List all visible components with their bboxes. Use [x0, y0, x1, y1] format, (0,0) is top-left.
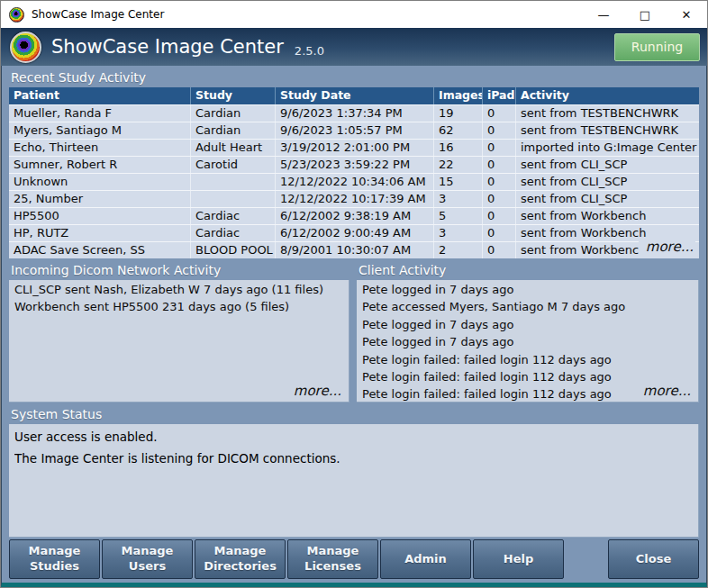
table-cell: 9/6/2023 1:05:57 PM	[276, 122, 434, 139]
table-cell: 0	[483, 191, 516, 207]
study-table-head: PatientStudyStudy DateImagesiPadActivity	[9, 87, 699, 104]
manage-directories-button[interactable]: Manage Directories	[195, 539, 286, 579]
table-cell: 0	[483, 122, 516, 139]
table-cell: Cardiac	[191, 208, 276, 224]
table-cell: 0	[483, 174, 516, 190]
help-button[interactable]: Help	[473, 539, 564, 579]
table-cell: 0	[483, 105, 516, 122]
table-cell: sent from TESTBENCHWRK	[516, 105, 699, 122]
table-cell: 3	[434, 191, 483, 207]
incoming-dicom-title: Incoming Dicom Network Activity	[9, 258, 349, 280]
main-content: Recent Study Activity PatientStudyStudy …	[1, 66, 707, 587]
table-cell: 9/6/2023 1:37:34 PM	[276, 105, 434, 122]
column-header-ipad[interactable]: iPad	[483, 87, 516, 104]
table-cell: sent from CLI_SCP	[516, 157, 699, 173]
incoming-dicom-more-link[interactable]: more...	[294, 383, 341, 399]
table-cell: sent from Workbench	[516, 208, 699, 224]
middle-panels: Incoming Dicom Network Activity CLI_SCP …	[9, 258, 699, 403]
table-row[interactable]: Mueller, Randa FCardian9/6/2023 1:37:34 …	[9, 104, 699, 122]
running-status-button[interactable]: Running	[614, 33, 700, 61]
admin-button[interactable]: Admin	[380, 539, 471, 579]
client-activity-panel: Pete logged in 7 days agoPete accessed M…	[357, 280, 699, 403]
activity-line: User access is enabled.	[14, 426, 693, 448]
close-icon[interactable]: ✕	[666, 1, 707, 28]
table-row[interactable]: Echo, ThirteenAdult Heart3/19/2012 2:01:…	[9, 139, 699, 156]
table-row[interactable]: Sumner, Robert RCarotid5/23/2023 3:59:22…	[9, 156, 699, 173]
app-version: 2.5.0	[295, 44, 324, 58]
table-cell: 0	[483, 157, 516, 173]
button-bar-spacer	[566, 539, 606, 579]
table-cell: 19	[434, 105, 483, 122]
activity-line: Pete logged in 7 days ago	[362, 281, 693, 298]
table-cell: BLOOD POOL	[191, 242, 276, 258]
column-header-activity[interactable]: Activity	[516, 87, 699, 104]
app-logo-icon	[9, 7, 24, 23]
app-window: ShowCase Image Center — □ ✕ ShowCase Ima…	[0, 0, 708, 588]
table-cell: sent from TESTBENCHWRK	[516, 122, 699, 139]
client-activity-more-link[interactable]: more...	[643, 383, 691, 399]
manage-users-button[interactable]: Manage Users	[102, 539, 193, 579]
table-cell: 15	[434, 174, 483, 190]
app-header: ShowCase Image Center 2.5.0 Running	[1, 28, 707, 66]
table-cell: Echo, Thirteen	[9, 140, 191, 156]
table-row[interactable]: Myers, Santiago MCardian9/6/2023 1:05:57…	[9, 122, 699, 139]
system-status-panel: User access is enabled.The Image Center …	[9, 424, 699, 538]
table-cell	[191, 191, 276, 207]
table-cell: sent from CLI_SCP	[516, 174, 699, 190]
table-cell: ADAC Save Screen, SS	[9, 242, 191, 258]
table-cell: sent from CLI_SCP	[516, 191, 699, 207]
table-cell: 8/9/2001 10:30:07 AM	[276, 242, 434, 258]
column-header-study[interactable]: Study	[191, 87, 276, 104]
table-cell: HP5500	[9, 208, 191, 224]
activity-line: CLI_SCP sent Nash, Elizabeth W 7 days ag…	[14, 281, 343, 298]
table-cell: Cardian	[191, 105, 276, 122]
table-cell: Unknown	[9, 174, 191, 190]
study-more-link[interactable]: more...	[639, 239, 695, 255]
activity-line: The Image Center is listening for DICOM …	[14, 448, 693, 469]
table-cell: 0	[483, 140, 516, 156]
table-cell: Cardian	[191, 122, 276, 139]
table-row[interactable]: HP, RUTZCardiac6/12/2002 9:00:49 AM30sen…	[9, 224, 699, 241]
client-activity-title: Client Activity	[357, 258, 699, 280]
table-row[interactable]: HP5500Cardiac6/12/2002 9:38:19 AM50sent …	[9, 207, 699, 224]
table-cell: Adult Heart	[191, 140, 276, 156]
column-header-patient[interactable]: Patient	[9, 87, 191, 104]
table-cell: 22	[434, 157, 483, 173]
table-cell: 25, Number	[9, 191, 191, 207]
button-bar: Manage StudiesManage UsersManage Directo…	[9, 539, 699, 579]
table-cell: 5/23/2023 3:59:22 PM	[276, 157, 434, 173]
table-cell: 0	[483, 242, 516, 258]
app-title: ShowCase Image Center	[51, 36, 284, 58]
system-status-title: System Status	[2, 403, 706, 424]
table-cell: 16	[434, 140, 483, 156]
activity-line: Workbench sent HP5500 231 days ago (5 fi…	[14, 298, 343, 315]
table-cell: 12/12/2022 10:34:06 AM	[276, 174, 434, 190]
activity-line: Pete login failed: failed login 112 days…	[362, 351, 693, 368]
study-table-body: Mueller, Randa FCardian9/6/2023 1:37:34 …	[9, 104, 699, 258]
table-row[interactable]: ADAC Save Screen, SSBLOOD POOL8/9/2001 1…	[9, 241, 699, 258]
table-row[interactable]: Unknown12/12/2022 10:34:06 AM150sent fro…	[9, 173, 699, 190]
maximize-icon[interactable]: □	[624, 1, 666, 28]
minimize-icon[interactable]: —	[583, 1, 624, 28]
table-cell: 0	[483, 208, 516, 224]
table-cell: 6/12/2002 9:00:49 AM	[276, 225, 434, 241]
window-title: ShowCase Image Center	[32, 8, 164, 21]
table-cell: 2	[434, 242, 483, 258]
table-cell: 12/12/2022 10:17:39 AM	[276, 191, 434, 207]
table-cell: 6/12/2002 9:38:19 AM	[276, 208, 434, 224]
table-cell	[191, 174, 276, 190]
column-header-study-date[interactable]: Study Date	[276, 87, 434, 104]
table-row[interactable]: 25, Number12/12/2022 10:17:39 AM30sent f…	[9, 190, 699, 207]
close-button[interactable]: Close	[608, 539, 699, 579]
table-cell: 62	[434, 122, 483, 139]
table-cell: 5	[434, 208, 483, 224]
table-cell: 0	[483, 225, 516, 241]
table-cell: Mueller, Randa F	[9, 105, 191, 122]
column-header-images[interactable]: Images	[434, 87, 483, 104]
manage-licenses-button[interactable]: Manage Licenses	[287, 539, 378, 579]
table-cell: Carotid	[191, 157, 276, 173]
manage-studies-button[interactable]: Manage Studies	[9, 539, 100, 579]
activity-line: Pete logged in 7 days ago	[362, 316, 693, 333]
showcase-logo-icon	[10, 32, 41, 63]
study-table: PatientStudyStudy DateImagesiPadActivity…	[9, 87, 699, 258]
